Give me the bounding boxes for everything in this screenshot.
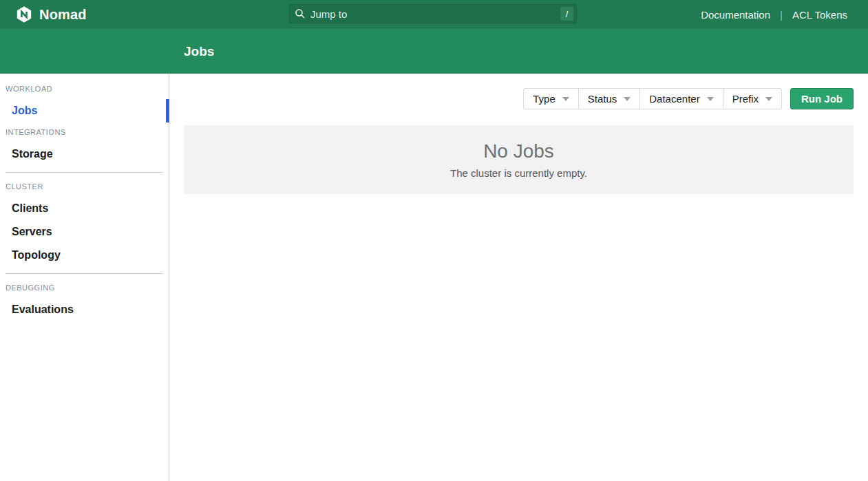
jobs-toolbar: Type Status Datacenter Prefix Run Job bbox=[184, 88, 854, 109]
filter-status-dropdown[interactable]: Status bbox=[578, 88, 641, 109]
search-icon bbox=[295, 8, 306, 19]
filter-type-label: Type bbox=[533, 93, 555, 105]
empty-state-message: The cluster is currently empty. bbox=[450, 167, 587, 179]
sidebar-item-evaluations[interactable]: Evaluations bbox=[0, 303, 169, 316]
filter-prefix-dropdown[interactable]: Prefix bbox=[723, 88, 782, 109]
sidebar-item-jobs[interactable]: Jobs bbox=[0, 105, 169, 117]
section-label-workload: WORKLOAD bbox=[6, 85, 169, 93]
chevron-down-icon bbox=[624, 97, 631, 101]
section-label-debugging: DEBUGGING bbox=[6, 284, 169, 292]
empty-state-title: No Jobs bbox=[483, 140, 554, 162]
brand-name: Nomad bbox=[39, 7, 87, 23]
sidebar-item-storage[interactable]: Storage bbox=[0, 148, 169, 160]
nomad-brand[interactable]: Nomad bbox=[0, 6, 87, 23]
section-label-cluster: CLUSTER bbox=[6, 182, 169, 191]
chevron-down-icon bbox=[562, 97, 569, 101]
chevron-down-icon bbox=[707, 97, 714, 101]
filter-type-dropdown[interactable]: Type bbox=[523, 88, 579, 109]
nomad-logo-icon bbox=[15, 6, 33, 23]
top-nav-bar: Nomad / Documentation | ACL Tokens bbox=[0, 0, 868, 29]
empty-state: No Jobs The cluster is currently empty. bbox=[184, 125, 854, 194]
filter-datacenter-dropdown[interactable]: Datacenter bbox=[639, 88, 723, 109]
sidebar-item-topology[interactable]: Topology bbox=[0, 249, 169, 261]
sidebar-item-servers[interactable]: Servers bbox=[0, 226, 169, 238]
filter-status-label: Status bbox=[588, 93, 617, 105]
filter-group: Type Status Datacenter Prefix bbox=[523, 88, 782, 109]
chevron-down-icon bbox=[765, 97, 772, 101]
documentation-link[interactable]: Documentation bbox=[701, 9, 770, 21]
page-title: Jobs bbox=[184, 44, 214, 59]
sidebar-divider bbox=[6, 172, 163, 173]
search-input[interactable] bbox=[289, 4, 577, 23]
run-job-button[interactable]: Run Job bbox=[790, 88, 854, 109]
links-divider: | bbox=[780, 9, 783, 21]
search-shortcut-key: / bbox=[560, 7, 573, 21]
acl-tokens-link[interactable]: ACL Tokens bbox=[792, 9, 847, 21]
sidebar-item-clients[interactable]: Clients bbox=[0, 202, 169, 215]
jump-to-search: / bbox=[289, 4, 577, 23]
filter-datacenter-label: Datacenter bbox=[649, 93, 699, 105]
filter-prefix-label: Prefix bbox=[732, 93, 759, 105]
sidebar-divider bbox=[6, 273, 163, 274]
topbar-links: Documentation | ACL Tokens bbox=[701, 9, 868, 21]
main-content: Type Status Datacenter Prefix Run Job bbox=[169, 74, 868, 481]
sidebar: WORKLOAD Jobs INTEGRATIONS Storage CLUST… bbox=[0, 74, 169, 481]
page-body: WORKLOAD Jobs INTEGRATIONS Storage CLUST… bbox=[0, 74, 868, 481]
page-header: Jobs bbox=[0, 29, 868, 74]
section-label-integrations: INTEGRATIONS bbox=[6, 128, 169, 136]
